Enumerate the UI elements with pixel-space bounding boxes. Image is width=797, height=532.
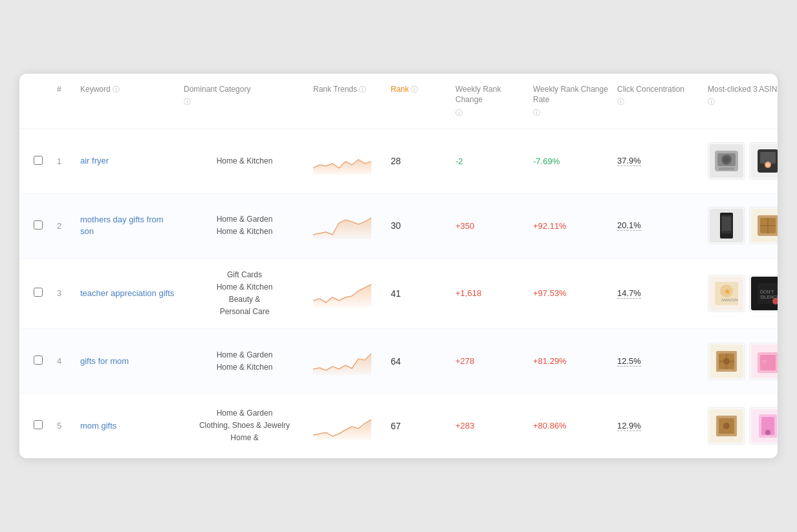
row5-product1[interactable] [708,407,745,445]
row2-click-concentration: 20.1% [613,218,704,233]
row1-category: Home & Kitchen [180,153,309,170]
row5-click-concentration: 12.9% [613,418,704,434]
row2-product2[interactable] [749,207,778,244]
row2-weekly-change: +350 [452,218,529,233]
row3-category: Gift CardsHome & KitchenBeauty &Personal… [180,266,309,321]
table-header: # Keyword ⓘ Dominant Category ⓘ Rank Tre… [19,74,778,129]
header-keyword: Keyword ⓘ [76,81,180,121]
rank-trends-help-icon[interactable]: ⓘ [359,85,366,94]
svg-point-50 [723,358,730,365]
header-rank-trends: Rank Trends ⓘ [309,81,387,121]
svg-point-64 [723,423,730,429]
row4-trend [309,343,387,379]
row5-num: 5 [53,418,76,433]
svg-rect-19 [722,217,731,231]
dominant-category-help-icon[interactable]: ⓘ [184,97,191,107]
row5-trend [309,408,387,444]
weekly-rank-change-help-icon[interactable]: ⓘ [455,108,463,118]
row2-rank: 30 [387,218,452,233]
table-row: 2 mothers day gifts from son Home & Gard… [19,194,778,259]
row5-category: Home & GardenClothing, Shoes & JewelryHo… [180,405,309,447]
weekly-rank-change-rate-help-icon[interactable]: ⓘ [533,108,540,118]
row4-category: Home & GardenHome & Kitchen [180,346,309,376]
row1-rank: 28 [387,153,452,169]
header-num: # [53,81,76,121]
header-click-concentration: Click Concentration ⓘ [613,81,704,121]
row1-weekly-change-rate: -7.69% [529,154,613,169]
row5-products: ▌▌▌ G [704,405,778,447]
table-row: 4 gifts for mom Home & GardenHome & Kitc… [19,329,778,394]
row3-product1[interactable]: ★ AMAZON [708,275,745,312]
row3-weekly-change-rate: +97.53% [529,286,613,301]
svg-point-10 [766,163,770,167]
row5-weekly-change-rate: +80.86% [529,418,613,433]
row3-weekly-change: +1,618 [452,286,529,301]
most-clicked-help-icon[interactable]: ⓘ [708,97,715,107]
row4-trend-chart [313,346,371,375]
row3-product2[interactable]: DON'T SILENCE [749,275,778,312]
rank-help-icon[interactable]: ⓘ [411,85,418,94]
table-row: 1 air fryer Home & Kitchen 28 [19,129,778,194]
row1-trend [309,143,387,179]
click-concentration-help-icon[interactable]: ⓘ [617,97,624,107]
row1-products: ▌▌▌ G [704,140,778,182]
row3-checkbox[interactable] [30,285,53,301]
row3-products: ★ AMAZON DON'T SILENCE [704,272,778,315]
row2-checkbox[interactable] [30,218,53,234]
row1-product2[interactable] [749,142,778,180]
table-row: 5 mom gifts Home & GardenClothing, Shoes… [19,394,778,458]
row3-click-concentration: 14.7% [613,286,704,301]
row2-trend-chart [313,210,371,239]
row2-weekly-change-rate: +92.11% [529,218,613,233]
row4-weekly-change: +278 [452,354,529,368]
row2-num: 2 [53,218,76,233]
row4-checkbox[interactable] [30,353,53,369]
svg-text:★: ★ [724,287,731,296]
row2-trend [309,207,387,244]
row5-keyword[interactable]: mom gifts [76,418,180,434]
row1-checkbox[interactable] [30,153,53,169]
header-checkbox [30,81,53,121]
row4-weekly-change-rate: +81.29% [529,354,613,368]
main-container: # Keyword ⓘ Dominant Category ⓘ Rank Tre… [19,74,778,459]
row5-rank: 67 [387,418,452,434]
row1-click-concentration: 37.9% [613,153,704,169]
row3-num: 3 [53,286,76,301]
row2-keyword[interactable]: mothers day gifts from son [76,211,180,240]
svg-text:AMAZON: AMAZON [721,298,738,302]
header-dominant-category: Dominant Category ⓘ [180,81,309,121]
row4-num: 4 [53,354,76,368]
row4-product1[interactable] [708,343,745,380]
header-weekly-rank-change: Weekly Rank Change ⓘ [452,81,529,121]
row2-products: THANKS FOR ALL MY STUFF ▌▌▌ G [704,204,778,247]
header-rank: Rank ⓘ [387,81,452,121]
svg-rect-5 [719,167,734,170]
row3-keyword[interactable]: teacher appreciation gifts [76,285,180,302]
row4-product2[interactable]: ♡ [749,343,778,380]
row2-product1[interactable] [708,207,745,244]
row5-weekly-change: +283 [452,418,529,433]
svg-text:DON'T: DON'T [760,290,774,294]
row1-trend-chart [313,145,371,175]
row4-rank: 64 [387,354,452,369]
row1-keyword[interactable]: air fryer [76,153,180,169]
row4-products: ♡ ▌▌▌ G [704,340,778,383]
row3-trend [309,275,387,312]
keyword-help-icon[interactable]: ⓘ [113,85,120,94]
row1-num: 1 [53,154,76,169]
row5-trend-chart [313,410,371,440]
row5-product2[interactable] [749,407,778,445]
row3-trend-chart [313,278,371,307]
row1-weekly-change: -2 [452,154,529,169]
row4-click-concentration: 12.5% [613,354,704,369]
row2-category: Home & GardenHome & Kitchen [180,211,309,240]
header-weekly-rank-change-rate: Weekly Rank Change Rate ⓘ [529,81,613,121]
table-row: 3 teacher appreciation gifts Gift CardsH… [19,259,778,330]
row5-checkbox[interactable] [30,418,53,434]
svg-point-68 [765,430,770,435]
row4-keyword[interactable]: gifts for mom [76,353,180,370]
row1-product1[interactable] [708,142,745,180]
svg-text:♡: ♡ [762,359,767,365]
svg-point-4 [723,156,730,163]
header-most-clicked: Most-clicked 3 ASIN ⓘ [704,81,778,121]
